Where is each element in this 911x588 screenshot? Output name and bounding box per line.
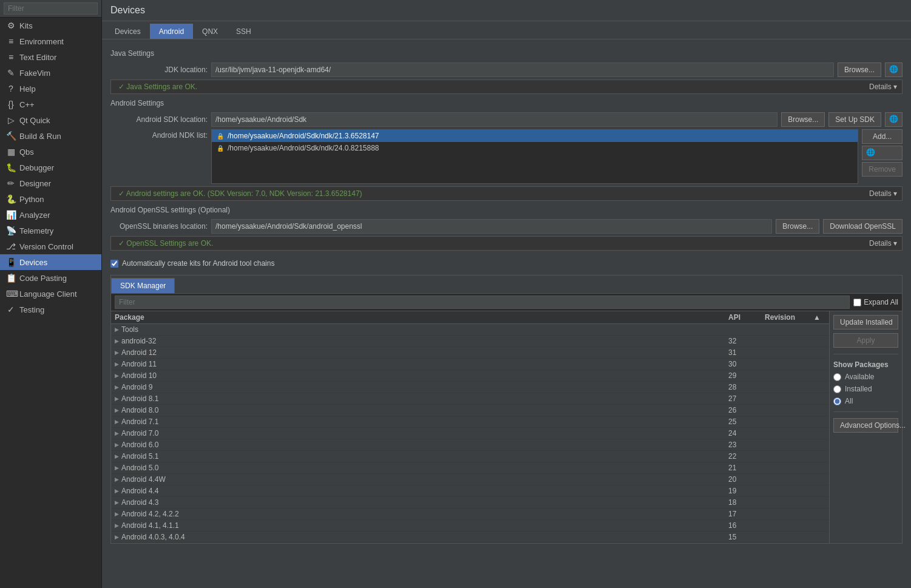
table-row[interactable]: ▶ Android 9 28: [111, 382, 829, 393]
chevron-right-icon: ▶: [115, 373, 119, 379]
openssl-browse-button[interactable]: Browse...: [776, 219, 819, 234]
sdk-browse-button[interactable]: Browse...: [781, 112, 825, 127]
sidebar-icon-environment: ≡: [6, 36, 16, 46]
sdk-globe-icon[interactable]: 🌐: [885, 112, 903, 127]
ndk-list-item[interactable]: 🔒/home/ysaakue/Android/Sdk/ndk/21.3.6528…: [212, 130, 858, 142]
sdk-filter-row: Expand All: [111, 294, 902, 311]
table-row[interactable]: ▶ Android 8.1 27: [111, 393, 829, 405]
openssl-location-row: OpenSSL binaries location: Browse... Dow…: [110, 219, 903, 234]
table-row[interactable]: ▶ Android 7.1 25: [111, 416, 829, 428]
sidebar-icon-analyzer: 📊: [6, 210, 16, 220]
ndk-list[interactable]: 🔒/home/ysaakue/Android/Sdk/ndk/21.3.6528…: [211, 129, 858, 184]
table-row[interactable]: ▶ Android 6.0 23: [111, 439, 829, 451]
sidebar-label-devices: Devices: [19, 258, 47, 267]
table-row[interactable]: ▶ Tools: [111, 324, 829, 336]
openssl-label: OpenSSL binaries location:: [110, 222, 208, 231]
expand-all-row: Expand All: [853, 298, 898, 306]
advanced-options-button[interactable]: Advanced Options...: [833, 418, 898, 433]
tab-ssh[interactable]: SSH: [227, 24, 260, 39]
table-row[interactable]: ▶ Android 12 31: [111, 347, 829, 359]
jdk-input[interactable]: [211, 63, 834, 77]
sidebar-item-code-pasting[interactable]: 📋Code Pasting: [0, 270, 101, 286]
update-installed-button[interactable]: Update Installed: [833, 315, 898, 329]
table-row[interactable]: ▶ Android 11 30: [111, 359, 829, 370]
table-row[interactable]: ▶ Android 4.1, 4.1.1 16: [111, 520, 829, 532]
sidebar-label-build-run: Build & Run: [19, 132, 61, 141]
sidebar-item-environment[interactable]: ≡Environment: [0, 33, 101, 49]
sidebar-icon-telemetry: 📡: [6, 226, 16, 235]
main-content: Java Settings JDK location: Browse... 🌐 …: [102, 39, 911, 588]
col-scroll: ▲: [813, 313, 825, 322]
radio-all[interactable]: [833, 397, 841, 405]
ndk-list-item[interactable]: 🔒/home/ysaakue/Android/Sdk/ndk/24.0.8215…: [212, 142, 858, 154]
sdk-input[interactable]: [211, 112, 777, 127]
radio-installed[interactable]: [833, 385, 841, 393]
sidebar-item-fakevim[interactable]: ✎FakeVim: [0, 65, 101, 81]
ndk-globe-icon2[interactable]: 🌐: [862, 146, 903, 160]
sdk-filter-input[interactable]: [115, 296, 850, 309]
table-row[interactable]: ▶ Android 4.0.3, 4.0.4 15: [111, 532, 829, 543]
table-row[interactable]: ▶ Android 4.4W 20: [111, 474, 829, 485]
sdk-table-header: Package API Revision ▲: [111, 311, 829, 324]
table-row[interactable]: ▶ Android 4.3 18: [111, 497, 829, 509]
table-row[interactable]: ▶ Android 7.0 24: [111, 428, 829, 439]
expand-all-checkbox[interactable]: [853, 299, 861, 306]
table-row[interactable]: ▶ Android 10 29: [111, 370, 829, 382]
sidebar-icon-language-client: ⌨: [6, 289, 16, 299]
tab-devices[interactable]: Devices: [106, 24, 150, 39]
sidebar-item-version-control[interactable]: ⎇Version Control: [0, 238, 101, 254]
sidebar-item-designer[interactable]: ✏Designer: [0, 175, 101, 191]
table-row[interactable]: ▶ Android 5.1 22: [111, 451, 829, 462]
sdk-manager-tab[interactable]: SDK Manager: [111, 278, 175, 293]
sidebar-item-text-editor[interactable]: ≡Text Editor: [0, 49, 101, 65]
ndk-remove-button[interactable]: Remove: [862, 162, 903, 177]
openssl-status-ok: ✓ OpenSSL Settings are OK.: [111, 237, 220, 250]
sidebar-filter-area: [0, 0, 101, 18]
table-row[interactable]: ▶ Android 5.0 21: [111, 462, 829, 474]
sidebar-item-devices[interactable]: 📱Devices: [0, 254, 101, 270]
sidebar-item-kits[interactable]: ⚙Kits: [0, 18, 101, 33]
sidebar-item-python[interactable]: 🐍Python: [0, 191, 101, 207]
auto-kits-checkbox[interactable]: [110, 260, 118, 268]
sidebar-item-c++[interactable]: {}C++: [0, 96, 101, 112]
sidebar-item-language-client[interactable]: ⌨Language Client: [0, 286, 101, 302]
java-details-link[interactable]: Details ▾: [869, 83, 902, 91]
divider: [833, 354, 898, 354]
tab-qnx[interactable]: QNX: [193, 24, 227, 39]
apply-button[interactable]: Apply: [833, 333, 898, 348]
setup-sdk-button[interactable]: Set Up SDK: [828, 112, 881, 127]
sdk-right-panel: Update Installed Apply Show Packages Ava…: [829, 311, 902, 543]
table-row[interactable]: ▶ Android 4.4 19: [111, 485, 829, 497]
sidebar-item-analyzer[interactable]: 📊Analyzer: [0, 207, 101, 223]
sidebar-item-build-run[interactable]: 🔨Build & Run: [0, 128, 101, 144]
table-row[interactable]: ▶ android-32 32: [111, 336, 829, 347]
table-row[interactable]: ▶ Android 8.0 26: [111, 405, 829, 416]
openssl-details-link[interactable]: Details ▾: [869, 239, 902, 248]
col-revision: Revision: [765, 313, 813, 322]
sidebar-icon-help: ?: [6, 84, 16, 93]
sdk-manager-section: SDK Manager Expand All Package API Revis…: [110, 275, 903, 544]
sidebar-item-telemetry[interactable]: 📡Telemetry: [0, 223, 101, 238]
openssl-input[interactable]: [211, 219, 772, 234]
tab-android[interactable]: Android: [150, 24, 193, 39]
sidebar-item-testing[interactable]: ✓Testing: [0, 302, 101, 317]
ndk-label: Android NDK list:: [110, 129, 208, 140]
sidebar-item-qbs[interactable]: ▦Qbs: [0, 144, 101, 160]
chevron-right-icon: ▶: [115, 522, 119, 529]
java-status-ok: ✓ Java Settings are OK.: [111, 80, 205, 93]
sidebar-label-kits: Kits: [19, 21, 33, 30]
sidebar-item-qt-quick[interactable]: ▷Qt Quick: [0, 112, 101, 128]
sidebar-item-debugger[interactable]: 🐛Debugger: [0, 160, 101, 175]
radio-available[interactable]: [833, 373, 841, 381]
jdk-browse-button[interactable]: Browse...: [838, 63, 881, 77]
jdk-globe-icon[interactable]: 🌐: [885, 63, 903, 77]
radio-available-label: Available: [845, 373, 874, 381]
sidebar-filter-input[interactable]: [4, 2, 98, 15]
ndk-add-button[interactable]: Add...: [862, 129, 903, 144]
table-row[interactable]: ▶ Android 4.2, 4.2.2 17: [111, 509, 829, 520]
chevron-right-icon: ▶: [115, 430, 119, 436]
lock-icon: 🔒: [217, 145, 224, 152]
android-details-link[interactable]: Details ▾: [869, 189, 902, 198]
sidebar-item-help[interactable]: ?Help: [0, 81, 101, 96]
download-openssl-button[interactable]: Download OpenSSL: [823, 219, 903, 234]
